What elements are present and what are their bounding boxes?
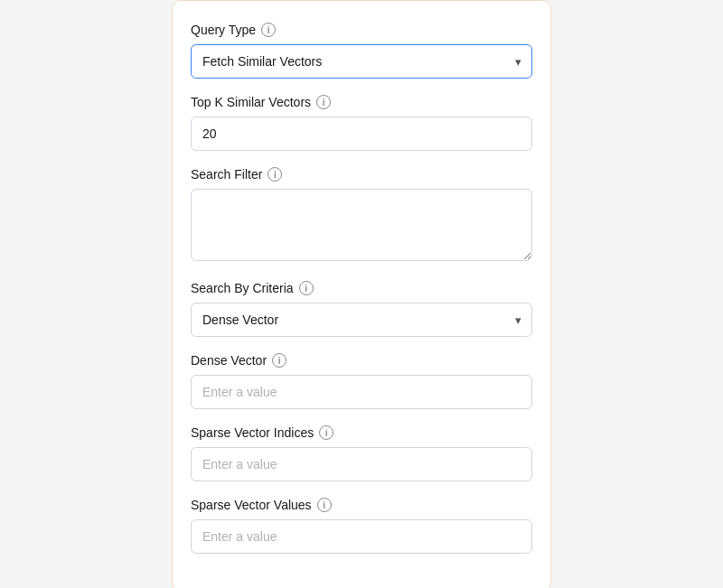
search-by-criteria-label-text: Search By Criteria: [191, 281, 294, 295]
sparse-vector-indices-input[interactable]: [191, 447, 532, 481]
sparse-vector-indices-label: Sparse Vector Indices i: [191, 425, 532, 440]
top-k-input[interactable]: [191, 117, 532, 151]
dense-vector-info-icon: i: [272, 353, 286, 368]
search-filter-label-text: Search Filter: [191, 167, 262, 182]
top-k-info-icon: i: [316, 95, 331, 109]
sparse-vector-values-label: Sparse Vector Values i: [191, 498, 532, 512]
search-by-criteria-info-icon: i: [299, 281, 314, 295]
sparse-vector-indices-label-text: Sparse Vector Indices: [191, 425, 314, 440]
search-by-criteria-select-wrapper: Dense Vector Sparse Vector Hybrid ▾: [191, 303, 532, 337]
dense-vector-group: Dense Vector i: [191, 353, 532, 409]
top-k-group: Top K Similar Vectors i: [191, 95, 532, 151]
sparse-vector-values-group: Sparse Vector Values i: [191, 498, 532, 554]
dense-vector-label: Dense Vector i: [191, 353, 532, 368]
query-type-label: Query Type i: [191, 23, 532, 37]
sparse-vector-indices-info-icon: i: [319, 425, 333, 440]
sparse-vector-values-label-text: Sparse Vector Values: [191, 498, 312, 512]
top-k-label: Top K Similar Vectors i: [191, 95, 532, 109]
query-type-select[interactable]: Fetch Similar Vectors Fetch Vectors By I…: [191, 44, 532, 79]
search-filter-textarea[interactable]: [191, 189, 532, 261]
query-type-group: Query Type i Fetch Similar Vectors Fetch…: [191, 23, 532, 79]
top-k-label-text: Top K Similar Vectors: [191, 95, 311, 109]
search-by-criteria-label: Search By Criteria i: [191, 281, 532, 295]
sparse-vector-values-input[interactable]: [191, 519, 532, 554]
search-filter-label: Search Filter i: [191, 167, 532, 182]
query-type-select-wrapper: Fetch Similar Vectors Fetch Vectors By I…: [191, 44, 532, 79]
search-by-criteria-group: Search By Criteria i Dense Vector Sparse…: [191, 281, 532, 337]
dense-vector-label-text: Dense Vector: [191, 353, 267, 368]
search-filter-info-icon: i: [268, 167, 282, 182]
query-type-info-icon: i: [261, 23, 276, 37]
search-filter-group: Search Filter i: [191, 167, 532, 265]
sparse-vector-values-info-icon: i: [317, 498, 332, 512]
query-type-label-text: Query Type: [191, 23, 256, 37]
dense-vector-input[interactable]: [191, 375, 532, 409]
main-panel: Query Type i Fetch Similar Vectors Fetch…: [172, 0, 551, 588]
sparse-vector-indices-group: Sparse Vector Indices i: [191, 425, 532, 481]
search-by-criteria-select[interactable]: Dense Vector Sparse Vector Hybrid: [191, 303, 532, 337]
